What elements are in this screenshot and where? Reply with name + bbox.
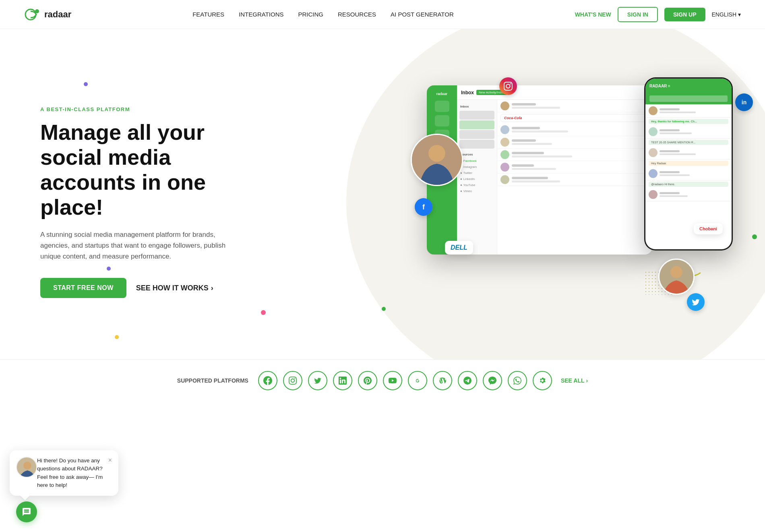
phone-msg-text-4	[660, 174, 690, 176]
twitter-badge	[687, 293, 705, 311]
message-row-5	[497, 161, 652, 174]
platform-twitter[interactable]	[308, 371, 327, 390]
platform-linkedin[interactable]	[333, 371, 352, 390]
svg-point-3	[428, 145, 445, 162]
chat-agent-avatar	[16, 457, 37, 478]
msg-name-5	[512, 164, 534, 167]
phone-avatar-2	[649, 127, 657, 136]
see-how-it-works-button[interactable]: SEE HOW IT WORKS ›	[136, 284, 213, 292]
platform-youtube[interactable]	[383, 371, 402, 390]
msg-avatar-5	[500, 163, 509, 172]
tablet-secondary-sidebar: Inbox Sources ● Facebook ● In	[457, 100, 497, 255]
chat-message-text: Hi there! Do you have any questions abou…	[37, 457, 108, 489]
hero-section: A BEST-IN-CLASS PLATFORM Manage all your…	[0, 29, 765, 359]
msg-avatar-1	[500, 101, 509, 110]
phone-hey-thanks: Hey, thanks for following me. Ch...	[649, 119, 728, 124]
platform-wordpress[interactable]	[433, 371, 452, 390]
nav-links: FEATURES INTEGRATIONS PRICING RESOURCES …	[192, 11, 454, 18]
chat-open-button[interactable]	[16, 501, 37, 522]
platform-label: A BEST-IN-CLASS PLATFORM	[40, 106, 258, 112]
logo[interactable]: radaar	[24, 6, 71, 23]
msg-body-6	[512, 177, 649, 182]
platform-pinterest[interactable]	[358, 371, 377, 390]
msg-text-2	[512, 130, 568, 132]
platform-facebook[interactable]	[258, 371, 277, 390]
nav-features[interactable]: FEATURES	[192, 11, 224, 18]
svg-point-5	[670, 266, 682, 278]
platform-instagram[interactable]	[283, 371, 302, 390]
platform-settings[interactable]	[533, 371, 552, 390]
brand-name: radaar	[44, 9, 71, 20]
msg-avatar-2	[500, 125, 509, 134]
msg-name-1	[512, 103, 536, 106]
msg-avatar-3	[500, 138, 509, 147]
chevron-down-icon: ▾	[738, 11, 741, 18]
nav-pricing[interactable]: PRICING	[298, 11, 324, 18]
hero-mockup-area: radaar Inbox New Activity/Inbox	[403, 29, 765, 359]
chat-widget: Hi there! Do you have any questions abou…	[10, 450, 118, 496]
sidebar2-item-1	[459, 111, 494, 120]
decoration-dot-purple-small	[84, 82, 88, 86]
message-row-6	[497, 174, 652, 186]
tablet-content-area: Inbox Sources ● Facebook ● In	[457, 100, 652, 255]
chat-widget-tail	[21, 491, 30, 501]
sign-up-button[interactable]: SIGN UP	[664, 8, 705, 21]
see-all-platforms-button[interactable]: SEE ALL ›	[561, 377, 588, 384]
msg-text-1	[512, 107, 560, 109]
phone-avatar-4	[649, 169, 657, 178]
phone-search-bar	[645, 93, 732, 104]
tablet-sidebar-logo: radaar	[436, 90, 449, 97]
message-row-3	[497, 136, 652, 149]
phone-msg-name-5	[660, 192, 680, 194]
phone-msg-name-2	[660, 129, 680, 131]
phone-msg-row-1	[645, 104, 732, 118]
phone-msg-content-1	[660, 108, 728, 113]
message-row-1	[497, 100, 652, 112]
whats-new-button[interactable]: WHAT'S NEW	[575, 11, 611, 18]
phone-msg-content-3	[660, 150, 728, 155]
phone-test-msg: TEST 20-35 SHARE MENTION R...	[649, 140, 728, 145]
platform-google-my-business[interactable]	[408, 371, 427, 390]
platform-telegram[interactable]	[458, 371, 477, 390]
arrow-right-icon: ›	[211, 284, 213, 292]
instagram-badge	[499, 77, 517, 95]
language-selector[interactable]: ENGLISH ▾	[712, 11, 741, 18]
sidebar-icon-1	[435, 101, 449, 112]
avatar-man	[411, 134, 463, 186]
phone-msg-content-4	[660, 171, 728, 176]
mockup-container: radaar Inbox New Activity/Inbox	[411, 53, 757, 335]
tablet-topbar: Inbox New Activity/Inbox	[457, 85, 652, 100]
nav-right: WHAT'S NEW SIGN IN SIGN UP ENGLISH ▾	[575, 7, 741, 22]
msg-text-5	[512, 168, 556, 170]
platform-messenger[interactable]	[483, 371, 502, 390]
chat-close-button[interactable]: ×	[108, 457, 112, 464]
avatar-woman	[658, 259, 695, 295]
chat-widget-header: Hi there! Do you have any questions abou…	[16, 457, 112, 489]
phone-msg-text-3	[660, 153, 696, 155]
phone-hi-there: @radaaro Hi there.	[649, 182, 728, 187]
sidebar2-item-2	[459, 120, 494, 129]
hero-title: Manage all your social media accounts in…	[40, 120, 258, 219]
nav-ai-post-generator[interactable]: AI POST GENERATOR	[391, 11, 454, 18]
msg-text-3	[512, 143, 552, 145]
dell-brand-card: DELL	[445, 241, 473, 255]
decoration-dot-pink	[261, 310, 266, 315]
source-youtube: ● YouTube	[457, 182, 497, 188]
phone-header-text: RADAAR ≡	[649, 84, 670, 88]
phone-header: RADAAR ≡	[645, 79, 732, 93]
phone-msg-text-2	[660, 132, 692, 134]
arrow-right-icon: ›	[586, 377, 588, 384]
linkedin-badge: in	[735, 93, 753, 111]
tablet-messages: Coca-Cola	[497, 100, 652, 255]
phone-msg-row-2	[645, 125, 732, 139]
platforms-bar: SUPPORTED PLATFORMS SEE ALL ›	[0, 359, 765, 402]
msg-avatar-4	[500, 150, 509, 159]
phone-msg-name-3	[660, 150, 680, 152]
msg-body-1	[512, 103, 649, 109]
nav-resources[interactable]: RESOURCES	[338, 11, 376, 18]
nav-integrations[interactable]: INTEGRATIONS	[239, 11, 283, 18]
phone-msg-name-1	[660, 108, 680, 110]
start-free-button[interactable]: START FREE NOW	[40, 278, 126, 298]
sign-in-button[interactable]: SIGN IN	[618, 7, 658, 22]
platform-whatsapp[interactable]	[508, 371, 527, 390]
